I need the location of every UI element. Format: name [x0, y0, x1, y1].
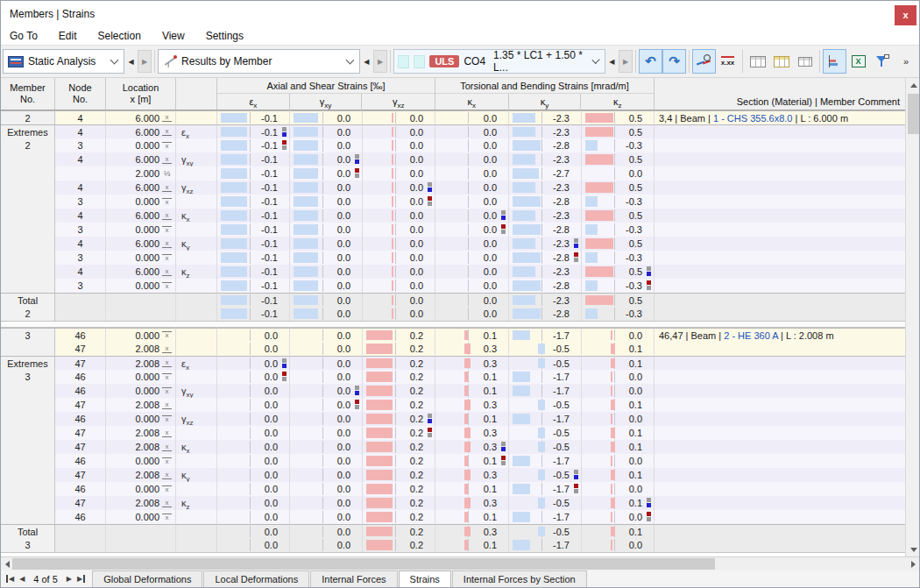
menu-item-view[interactable]: View	[162, 30, 185, 42]
jump-from-graphic-button[interactable]: ↷	[662, 49, 686, 74]
load-prev-button[interactable]: ◀	[605, 50, 619, 73]
table-row[interactable]: 30.000x-0.10.00.00.0-2.8-0.3	[1, 223, 905, 237]
table-row[interactable]: 230.000x-0.10.00.00.0-2.8-0.3	[1, 138, 905, 152]
table-row[interactable]: 246.000x-0.10.00.00.0-2.30.53,4 | Beam |…	[1, 110, 905, 124]
table-row[interactable]: 472.008x0.00.00.20.3-0.50.1	[1, 342, 905, 356]
value-text: -0.1	[261, 265, 278, 279]
prev-table-button[interactable]: ◀	[19, 575, 25, 583]
filter-button[interactable]	[870, 49, 894, 74]
scroll-right-icon[interactable]	[907, 557, 919, 570]
value-cell: -2.8	[509, 138, 582, 152]
menu-item-settings[interactable]: Settings	[206, 30, 244, 42]
table-tabs: Global DeformationsLocal DeformationsInt…	[92, 570, 587, 587]
menu-item-go-to[interactable]: Go To	[10, 30, 38, 42]
table-row[interactable]: 46.000xκx-0.10.00.00.0-2.30.5	[1, 209, 905, 223]
decimal-places-button[interactable]: x.xx	[716, 49, 740, 74]
results-mode-combobox[interactable]: I Results by Member	[158, 49, 359, 74]
table-row[interactable]: 46.000xκz-0.10.00.00.0-2.30.5	[1, 265, 905, 279]
close-icon[interactable]: x	[895, 5, 916, 25]
zero-axis-tick	[395, 280, 396, 292]
value-text: 0.0	[484, 125, 497, 139]
first-table-button[interactable]: ◀	[6, 575, 14, 583]
table-filter-rows-button[interactable]	[769, 49, 793, 74]
tab-local-deformations[interactable]: Local Deformations	[203, 570, 309, 587]
analysis-prev-button[interactable]: ◀	[124, 50, 138, 73]
value-bar	[366, 400, 393, 410]
member-no-cell	[1, 496, 55, 510]
next-table-button[interactable]: ▶	[67, 575, 72, 583]
tab-internal-forces[interactable]: Internal Forces	[310, 570, 397, 587]
value-text: 0.0	[265, 357, 278, 371]
table-row[interactable]: 472.008x0.00.00.20.3-0.50.1	[1, 398, 905, 412]
scroll-left-icon[interactable]	[1, 557, 13, 570]
menu-item-selection[interactable]: Selection	[98, 30, 141, 42]
value-bar	[221, 224, 247, 235]
scroll-up-icon[interactable]	[906, 78, 919, 92]
table-row[interactable]: 460.000x0.00.00.20.1-1.70.0	[1, 482, 905, 496]
last-table-button[interactable]: ▶	[77, 575, 85, 583]
table-row[interactable]: Extremes46.000xεx-0.10.00.00.0-2.30.5	[1, 124, 905, 138]
value-bar	[392, 210, 393, 221]
location-end-icon: x	[162, 471, 172, 479]
results-prev-button[interactable]: ◀	[360, 50, 374, 73]
node-no-cell	[55, 293, 106, 307]
scroll-down-icon[interactable]	[906, 542, 919, 556]
value-bar	[611, 540, 612, 550]
value-text: 0.0	[337, 342, 350, 356]
value-text: -1.7	[553, 454, 570, 468]
analysis-type-combobox[interactable]: Static Analysis	[3, 49, 124, 74]
table-row[interactable]: 472.008xκx0.00.00.20.3-0.50.1	[1, 440, 905, 454]
table-row[interactable]: 46.000xγxz-0.10.00.00.0-2.30.5	[1, 181, 905, 195]
table-row[interactable]: 460.000x0.00.00.20.1-1.70.0	[1, 510, 905, 524]
tab-internal-forces-by-section[interactable]: Internal Forces by Section	[452, 570, 587, 587]
tab-global-deformations[interactable]: Global Deformations	[92, 570, 202, 587]
table-row[interactable]: 3460.000x0.00.00.20.1-1.70.046,47 | Beam…	[1, 328, 905, 342]
value-cell: -1.7	[509, 510, 582, 524]
table-row[interactable]: Total0.00.00.20.3-0.50.1	[1, 524, 905, 538]
table-row[interactable]: 46.000xγxy-0.10.00.00.0-2.30.5	[1, 152, 905, 166]
vertical-scrollbar[interactable]	[905, 78, 919, 556]
load-next-button[interactable]: ▶	[619, 50, 633, 73]
table-row[interactable]: 460.000xγxy0.00.00.20.1-1.70.0	[1, 384, 905, 398]
zero-axis-tick	[541, 329, 542, 341]
show-result-diagram-button[interactable]	[692, 49, 716, 74]
horizontal-scroll-thumb[interactable]	[12, 558, 715, 570]
tab-strains[interactable]: Strains	[399, 570, 451, 587]
value-text: -0.1	[261, 111, 278, 125]
section-link[interactable]: 2 - HE 360 A	[724, 330, 778, 341]
section-link[interactable]: 1 - CHS 355.6x8.0	[713, 113, 793, 124]
show-value-bars-button[interactable]	[823, 49, 846, 74]
table-row[interactable]: 30.000x-0.10.00.00.0-2.8-0.3	[1, 251, 905, 265]
table-row[interactable]: 472.008x0.00.00.20.3-0.50.1	[1, 426, 905, 440]
zero-axis-tick	[541, 294, 542, 306]
table-row[interactable]: 460.000x0.00.00.20.1-1.70.0	[1, 454, 905, 468]
toolbar-overflow-button[interactable]: »	[894, 49, 917, 74]
analysis-next-button[interactable]: ▶	[138, 50, 152, 73]
menu-item-edit[interactable]: Edit	[59, 30, 77, 42]
table-row[interactable]: Extremes472.008xεx0.00.00.20.3-0.50.1	[1, 356, 905, 370]
table-row[interactable]: 46.000xκy-0.10.00.00.0-2.30.5	[1, 237, 905, 251]
table-row[interactable]: 2-0.10.00.00.0-2.8-0.3	[1, 307, 905, 321]
table-row[interactable]: Total-0.10.00.00.0-2.30.5	[1, 293, 905, 307]
zero-axis-tick	[322, 126, 323, 138]
table-row[interactable]: 30.000x-0.10.00.00.0-2.8-0.3	[1, 195, 905, 209]
table-row[interactable]: 460.000xγxz0.00.00.20.1-1.70.0	[1, 412, 905, 426]
table-row[interactable]: 3460.000x0.00.00.20.1-1.70.0	[1, 370, 905, 384]
value-cell: 0.0	[290, 166, 363, 181]
table-row[interactable]: 472.008xκy0.00.00.20.3-0.50.1	[1, 468, 905, 482]
table-row[interactable]: 30.00.00.20.1-1.70.0	[1, 538, 905, 552]
horizontal-scrollbar[interactable]	[1, 556, 919, 570]
table-row[interactable]: 472.008xκz0.00.00.20.3-0.50.1	[1, 496, 905, 510]
value-bar	[366, 456, 393, 466]
zero-axis-tick	[395, 294, 396, 306]
vertical-scroll-thumb[interactable]	[908, 94, 919, 134]
table-compact-button[interactable]	[793, 49, 817, 74]
results-next-button[interactable]: ▶	[373, 50, 387, 73]
table-row[interactable]: 30.000x-0.10.00.00.0-2.8-0.3	[1, 279, 905, 293]
table-view-button[interactable]	[746, 49, 769, 74]
load-case-combobox[interactable]: ULS CO4 1.35 * LC1 + 1.50 * L...	[393, 49, 605, 74]
location-start-icon: x	[162, 254, 172, 262]
table-row[interactable]: 2.000⅓-0.10.00.00.0-2.70.0	[1, 166, 905, 181]
jump-to-graphic-button[interactable]: ↶	[639, 49, 662, 74]
export-excel-button[interactable]: X	[846, 49, 870, 74]
